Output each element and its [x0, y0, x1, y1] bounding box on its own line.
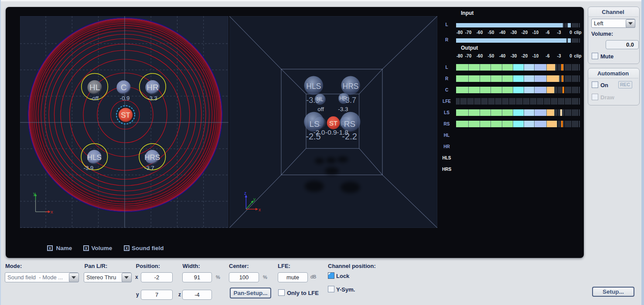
svg-text:-off: -off — [90, 95, 99, 102]
svg-text:-2.5: -2.5 — [306, 132, 320, 141]
svg-text:HLS: HLS — [87, 153, 102, 162]
svg-text:HRS: HRS — [343, 82, 359, 91]
svg-text:ST: ST — [121, 111, 130, 119]
svg-text:HLS: HLS — [306, 82, 321, 91]
svg-text:-0.9: -0.9 — [120, 95, 129, 102]
svg-text:off: off — [317, 106, 324, 112]
svg-text:y: y — [33, 191, 36, 196]
svg-text:HR: HR — [147, 83, 158, 92]
svg-text:y: y — [253, 197, 256, 202]
svg-text:-3.9: -3.9 — [84, 165, 93, 171]
svg-text:ST: ST — [329, 119, 337, 127]
svg-text:HL: HL — [317, 96, 324, 102]
svg-text:-2.2: -2.2 — [342, 132, 357, 141]
svg-text:-3.3: -3.3 — [338, 106, 348, 112]
svg-text:C: C — [121, 83, 127, 92]
svg-text:HL: HL — [89, 83, 100, 92]
svg-text:-3.3: -3.3 — [147, 95, 157, 102]
svg-text:z: z — [244, 191, 246, 196]
svg-text:HR: HR — [339, 95, 347, 102]
svg-text:RS: RS — [344, 119, 355, 129]
svg-text:x: x — [51, 209, 53, 214]
svg-text:x: x — [259, 207, 261, 212]
svg-text:-3.7: -3.7 — [144, 165, 154, 171]
svg-text:-0.9: -0.9 — [325, 129, 337, 136]
svg-text:HRS: HRS — [144, 153, 160, 162]
svg-text:L: L — [318, 120, 321, 127]
svg-text:R: R — [341, 120, 345, 127]
